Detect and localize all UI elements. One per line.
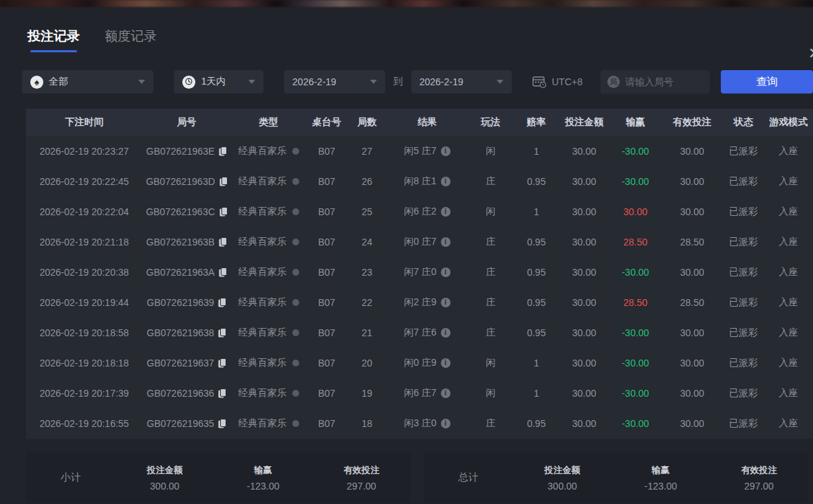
bet-amount: 30.00 (559, 206, 609, 217)
valid-bet: 30.00 (662, 388, 723, 399)
game-type: 经典百家乐 (239, 266, 287, 278)
column-header: 玩法 (468, 116, 514, 129)
timezone-indicator[interactable]: UTC+8 (532, 76, 583, 88)
info-icon[interactable]: i (441, 146, 451, 156)
valid-bet: 30.00 (662, 176, 723, 187)
info-icon[interactable]: i (441, 207, 451, 217)
round-search-field[interactable]: 局 (600, 70, 711, 94)
game-mode: 入座 (763, 296, 813, 309)
copy-icon[interactable] (218, 358, 226, 368)
info-icon[interactable]: i (441, 298, 451, 307)
valid-bet: 28.50 (662, 297, 723, 308)
total-label: 总计 (424, 471, 513, 484)
column-header: 输赢 (609, 116, 661, 129)
round-id: GB072621963D (146, 176, 215, 187)
chevron-down-icon (497, 80, 503, 84)
copy-icon[interactable] (219, 207, 228, 217)
subtotal-valid: 有效投注 297.00 (312, 464, 411, 492)
date-from-select[interactable]: 2026-2-19 (284, 70, 385, 94)
column-header: 下注时间 (26, 116, 142, 129)
play-type: 庄 (468, 417, 514, 430)
win-loss: -30.00 (609, 176, 661, 187)
total-winloss: 输赢 -123.00 (611, 464, 710, 492)
time-range-value: 1天内 (201, 76, 226, 88)
game-type-cell: 经典百家乐 (231, 327, 306, 339)
copy-icon[interactable] (218, 388, 226, 398)
round-id: GB0726219639 (147, 297, 214, 308)
table-number: B07 (306, 176, 347, 187)
date-to-value: 2026-2-19 (420, 76, 464, 87)
tab-bet-records[interactable]: 投注记录 (28, 28, 80, 52)
copy-icon[interactable] (219, 267, 227, 277)
result-cell: 闲2 庄9 i (387, 296, 467, 309)
bet-time: 2026-02-19 20:17:39 (26, 388, 142, 399)
round-id-cell: GB0726219635 (142, 418, 231, 429)
result-cell: 闲7 庄0 i (387, 266, 467, 278)
copy-icon[interactable] (219, 146, 227, 156)
game-dot-icon (292, 269, 299, 276)
bet-time: 2026-02-19 20:22:45 (26, 176, 142, 187)
result-cell: 闲5 庄7 i (387, 145, 467, 157)
round-id: GB0726219638 (147, 327, 214, 338)
round-search-input[interactable] (625, 76, 704, 87)
info-icon[interactable]: i (441, 358, 451, 368)
close-icon[interactable]: × (808, 43, 813, 63)
play-type: 庄 (468, 327, 514, 339)
game-type-value: 全部 (49, 76, 68, 88)
info-icon[interactable]: i (441, 328, 451, 338)
game-dot-icon (292, 299, 299, 306)
filter-bar: ♠ 全部 1天内 2026-2-19 到 2026-2-19 (22, 70, 813, 94)
info-icon[interactable]: i (441, 267, 451, 277)
date-to-select[interactable]: 2026-2-19 (411, 70, 512, 94)
round-id: GB072621963A (147, 267, 215, 278)
result-value: 闲6 庄7 (404, 387, 436, 399)
column-header: 状态 (723, 116, 764, 129)
column-header: 投注金额 (559, 116, 609, 129)
game-dot-icon (292, 390, 299, 397)
game-mode: 入座 (763, 236, 813, 248)
status: 已派彩 (723, 236, 764, 248)
info-icon[interactable]: i (441, 177, 451, 186)
bet-time: 2026-02-19 20:16:55 (26, 418, 142, 429)
copy-icon[interactable] (218, 328, 226, 338)
result-cell: 闲6 庄7 i (387, 387, 467, 399)
result-cell: 闲8 庄1 i (387, 175, 467, 188)
info-icon[interactable]: i (441, 237, 451, 247)
round-number: 19 (347, 388, 387, 399)
table-number: B07 (306, 146, 347, 157)
game-type: 经典百家乐 (239, 145, 287, 157)
game-type-cell: 经典百家乐 (231, 175, 306, 188)
result-value: 闲3 庄0 (404, 417, 436, 430)
clock-icon (182, 76, 195, 89)
info-icon[interactable]: i (441, 388, 451, 398)
table-number: B07 (306, 237, 347, 248)
odds: 0.95 (514, 237, 559, 248)
result-value: 闲6 庄2 (404, 206, 436, 218)
table-number: B07 (306, 418, 347, 429)
info-icon[interactable]: i (441, 419, 451, 428)
table-row: 2026-02-19 20:21:18 GB072621963B 经典百家乐 B… (26, 227, 813, 257)
game-dot-icon (292, 360, 299, 366)
game-type: 经典百家乐 (239, 206, 287, 218)
search-button[interactable]: 查询 (721, 70, 813, 94)
copy-icon[interactable] (218, 298, 226, 307)
table-number: B07 (306, 267, 347, 278)
round-id-cell: GB0726219639 (142, 297, 231, 308)
table-number: B07 (306, 388, 347, 399)
tab-credit-records[interactable]: 额度记录 (105, 28, 157, 52)
table-header: 下注时间局号类型桌台号局数结果玩法赔率投注金额输赢有效投注状态游戏模式 (26, 109, 813, 136)
copy-icon[interactable] (219, 177, 228, 186)
valid-bet: 30.00 (662, 267, 723, 278)
game-type: 经典百家乐 (239, 387, 287, 399)
subtotal-box: 小计 投注金额 300.00 输赢 -123.00 有效投注 297.00 (26, 452, 411, 503)
win-loss: -30.00 (609, 146, 661, 157)
round-id-cell: GB0726219636 (142, 388, 231, 399)
game-type: 经典百家乐 (239, 357, 287, 369)
game-type-select[interactable]: ♠ 全部 (22, 70, 153, 94)
win-loss: -30.00 (609, 327, 661, 338)
time-range-select[interactable]: 1天内 (174, 70, 263, 94)
copy-icon[interactable] (219, 237, 227, 247)
date-from-value: 2026-2-19 (292, 76, 336, 87)
table-row: 2026-02-19 20:20:38 GB072621963A 经典百家乐 B… (26, 257, 813, 287)
copy-icon[interactable] (218, 419, 226, 428)
